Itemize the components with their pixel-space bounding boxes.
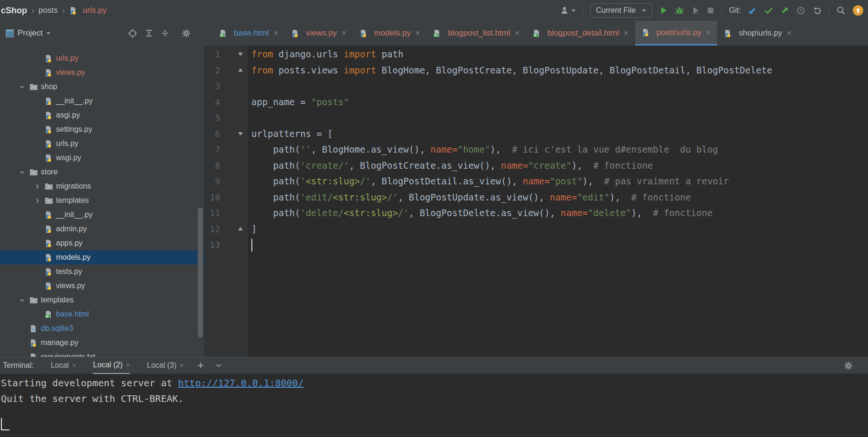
tree-item[interactable]: ?db.sqlite3: [0, 321, 204, 336]
tree-item[interactable]: Hbase.html: [0, 307, 204, 321]
fold-marker-icon[interactable]: [238, 53, 243, 56]
code-line[interactable]: 9 path('<str:slug>/', BlogPostDetail.as_…: [204, 173, 868, 190]
tree-item[interactable]: tests.py: [0, 264, 204, 279]
chevron-down-icon[interactable]: [46, 32, 50, 35]
close-icon[interactable]: ×: [515, 29, 519, 37]
html-file-icon: H: [433, 29, 444, 37]
chevron-down-icon[interactable]: [14, 169, 29, 176]
code-line[interactable]: 3: [204, 78, 868, 94]
close-icon[interactable]: ×: [126, 361, 130, 369]
svg-text:H: H: [221, 34, 223, 37]
editor-tab[interactable]: Hblogpost_detail.html×: [526, 21, 635, 46]
expand-all-icon[interactable]: [145, 29, 153, 37]
tree-item[interactable]: asgi.py: [0, 108, 204, 122]
search-everywhere-icon[interactable]: [836, 6, 846, 15]
server-url-link[interactable]: http://127.0.0.1:8000/: [178, 377, 304, 389]
close-icon[interactable]: ×: [180, 362, 184, 369]
code-line[interactable]: 13: [204, 237, 868, 253]
code-line[interactable]: 6urlpatterns = [: [204, 126, 868, 142]
terminal-tab[interactable]: Local (2)×: [93, 357, 129, 374]
tree-item[interactable]: shop: [0, 80, 204, 94]
editor-tab[interactable]: Hblogpost_list.html×: [426, 21, 526, 46]
git-rollback-button[interactable]: [813, 6, 822, 15]
tree-item[interactable]: views.py: [0, 279, 204, 293]
chevron-down-icon[interactable]: [14, 83, 29, 91]
stop-button[interactable]: [707, 7, 714, 14]
chevron-right-icon[interactable]: [29, 197, 45, 204]
update-notification-icon[interactable]: [853, 5, 863, 16]
breadcrumb-item[interactable]: cShop: [1, 6, 27, 16]
close-icon[interactable]: ×: [274, 29, 278, 37]
terminal-tab[interactable]: Local (3)×: [147, 358, 184, 373]
tree-item[interactable]: templates: [0, 293, 204, 307]
tree-item[interactable]: views.py: [0, 65, 204, 80]
code-line[interactable]: 4app_name = "posts": [204, 94, 868, 110]
close-icon[interactable]: ×: [706, 28, 711, 37]
code-line[interactable]: 2from posts.views import BlogHome, BlogP…: [204, 63, 868, 79]
code-line[interactable]: 11 path('delete/<str:slug>/', BlogPostDe…: [204, 205, 868, 221]
tree-item[interactable]: manage.py: [0, 336, 204, 350]
tree-item[interactable]: templates: [0, 193, 204, 208]
tree-item[interactable]: apps.py: [0, 236, 204, 250]
tree-item[interactable]: urls.py: [0, 137, 204, 151]
code-line[interactable]: 1from django.urls import path: [204, 46, 868, 63]
editor-tab[interactable]: shop\urls.py×: [717, 21, 798, 46]
close-icon[interactable]: ×: [624, 29, 628, 37]
code-line[interactable]: 10 path('edit/<str:slug>/', BlogPostUpda…: [204, 190, 868, 206]
code-text: ]: [251, 221, 257, 237]
chevron-down-icon[interactable]: [14, 297, 29, 304]
tree-item[interactable]: settings.py: [0, 122, 204, 137]
code-line[interactable]: 5: [204, 110, 868, 126]
tree-item[interactable]: models.py: [0, 250, 204, 264]
git-history-button[interactable]: [796, 6, 805, 15]
code-line[interactable]: 12]: [204, 221, 868, 237]
terminal-tab[interactable]: Local×: [51, 358, 76, 373]
tree-scrollbar[interactable]: [198, 208, 203, 337]
code-line[interactable]: 7 path('', BlogHome.as_view(), name="hom…: [204, 142, 868, 158]
editor-tab[interactable]: posts\urls.py×: [635, 21, 718, 46]
close-icon[interactable]: ×: [787, 29, 791, 37]
git-push-button[interactable]: [780, 6, 789, 15]
user-account-button[interactable]: [560, 6, 575, 15]
tree-item[interactable]: wsgi.py: [0, 151, 204, 165]
locate-file-icon[interactable]: [128, 29, 137, 38]
py-file-icon: [45, 225, 56, 233]
tree-item[interactable]: store: [0, 165, 204, 179]
editor-tab[interactable]: models.py×: [353, 21, 427, 46]
new-terminal-session-icon[interactable]: [197, 362, 204, 369]
code-line[interactable]: 8 path('create/', BlogPostCreate.as_view…: [204, 158, 868, 174]
tree-item[interactable]: migrations: [0, 179, 204, 193]
collapse-all-icon[interactable]: [161, 29, 169, 37]
tree-item[interactable]: urls.py: [0, 51, 204, 65]
tree-item[interactable]: __init__.py: [0, 94, 204, 108]
panel-settings-gear-icon[interactable]: [182, 29, 191, 38]
terminal-settings-gear-icon[interactable]: [844, 361, 853, 370]
chevron-right-icon[interactable]: [29, 183, 45, 190]
code-editor[interactable]: 1from django.urls import path2from posts…: [204, 46, 868, 357]
close-icon[interactable]: ×: [416, 29, 420, 37]
tree-item[interactable]: admin.py: [0, 222, 204, 236]
git-update-button[interactable]: [748, 6, 757, 15]
run-with-coverage-button[interactable]: [691, 6, 700, 15]
close-icon[interactable]: ×: [342, 29, 346, 37]
editor-tab[interactable]: Hbase.html×: [212, 21, 285, 46]
terminal-tabs: Local×Local (2)×Local (3)×: [34, 357, 184, 373]
tree-item[interactable]: requirements.txt: [0, 350, 204, 357]
fold-marker-icon[interactable]: [238, 132, 243, 136]
close-icon[interactable]: ×: [72, 362, 76, 369]
tree-item-label: __init__.py: [56, 210, 92, 219]
breadcrumb-item[interactable]: urls.py: [69, 6, 107, 15]
fold-marker-icon[interactable]: [238, 68, 243, 72]
run-configuration-dropdown[interactable]: Current File: [590, 3, 653, 18]
tree-item-label: tests.py: [56, 267, 82, 276]
breadcrumb-item[interactable]: posts: [38, 6, 58, 15]
tree-item[interactable]: __init__.py: [0, 208, 204, 222]
editor-tab[interactable]: views.py×: [285, 21, 353, 46]
terminal-dropdown-chevron-icon[interactable]: [215, 362, 222, 369]
run-button[interactable]: [659, 6, 668, 15]
terminal-prompt-corner: [1, 418, 9, 430]
debug-button[interactable]: [675, 6, 684, 15]
git-commit-button[interactable]: [764, 6, 773, 15]
py-file-icon: [45, 154, 56, 162]
fold-marker-icon[interactable]: [238, 227, 243, 230]
